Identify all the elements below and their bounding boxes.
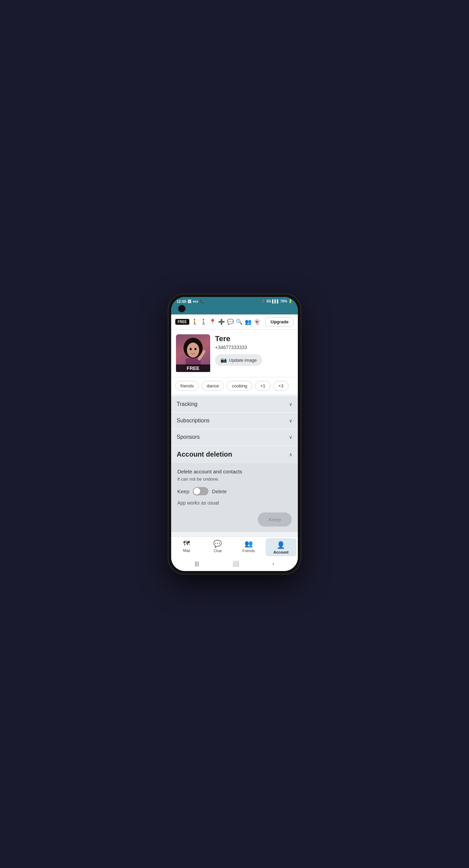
search-icon[interactable]: 🔍 [236, 319, 243, 325]
nav-friends-label: Friends [242, 549, 255, 553]
avatar-container: FREE [176, 334, 210, 372]
nav-account[interactable]: 👤 Account [266, 538, 297, 556]
tag-plus3[interactable]: +3 [273, 381, 289, 391]
signal-5g: 5G [266, 299, 271, 303]
deletion-warning: It can not be undone. [177, 476, 292, 482]
profile-phone: +34677333333 [215, 345, 293, 350]
status-time: 12:55 [177, 299, 186, 303]
bottom-nav: 🗺 Map 💬 Chat 👥 Friends 👤 Account [171, 536, 298, 558]
gallery-icon: 🖼 [188, 299, 191, 303]
home-button[interactable]: ⬜ [232, 560, 239, 567]
wzz-icon: wzz [193, 300, 198, 303]
call-icon: 📞 [200, 299, 204, 303]
system-nav: ||| ⬜ ‹ [171, 558, 298, 571]
subscriptions-section: Subscriptions ∨ [171, 413, 298, 429]
account-icon: 👤 [277, 541, 285, 549]
deletion-title: Account deletion [177, 450, 232, 458]
svg-point-1 [187, 343, 199, 358]
phone-screen: 12:55 🖼 wzz 📞 📍 5G ▌▌▌ 76% 🔋 FREE 🚶 🚶 📍 [171, 297, 298, 571]
tags-row: friends dance cooking +1 +3 [171, 377, 298, 394]
toggle-row: Keep Delete [177, 487, 292, 495]
sponsors-section: Sponsors ∨ [171, 429, 298, 445]
nav-map-label: Map [183, 548, 190, 553]
front-camera [178, 305, 186, 312]
deletion-chevron: ∧ [289, 452, 292, 457]
back-button[interactable]: ‹ [272, 561, 274, 567]
delete-label: Delete [212, 488, 227, 494]
tracking-chevron: ∨ [289, 401, 292, 407]
person2-icon[interactable]: 🚶 [200, 319, 207, 325]
status-bar: 12:55 🖼 wzz 📞 📍 5G ▌▌▌ 76% 🔋 [171, 297, 298, 305]
tag-plus1[interactable]: +1 [255, 381, 270, 391]
battery-icon: 🔋 [288, 299, 292, 303]
sponsors-title: Sponsors [177, 434, 200, 440]
location-pin-icon[interactable]: 📍 [209, 319, 216, 325]
nav-friends[interactable]: 👥 Friends [233, 537, 264, 558]
phone-frame: 12:55 🖼 wzz 📞 📍 5G ▌▌▌ 76% 🔋 FREE 🚶 🚶 📍 [168, 294, 301, 574]
nav-chat[interactable]: 💬 Chat [202, 537, 233, 558]
delete-toggle[interactable] [193, 487, 208, 495]
profile-name: Tere [215, 334, 293, 343]
tracking-title: Tracking [177, 401, 198, 407]
keep-label: Keep [177, 488, 189, 494]
people-icon[interactable]: 👥 [245, 319, 252, 325]
tag-dance[interactable]: dance [202, 381, 224, 391]
tracking-header[interactable]: Tracking ∨ [171, 396, 298, 412]
tracking-section: Tracking ∨ [171, 396, 298, 412]
nav-account-label: Account [274, 550, 289, 554]
tag-friends[interactable]: friends [175, 381, 199, 391]
deletion-body: Delete account and contacts It can not b… [171, 463, 298, 532]
profile-info: Tere +34677333333 📷 Update image [215, 334, 293, 366]
account-deletion-section: Account deletion ∧ Delete account and co… [171, 446, 298, 532]
battery-pct: 76% [280, 299, 287, 303]
avatar-svg [179, 338, 207, 369]
tag-cooking[interactable]: cooking [227, 381, 252, 391]
deletion-desc: Delete account and contacts [177, 469, 292, 474]
message-icon[interactable]: 💬 [227, 319, 234, 325]
subscriptions-title: Subscriptions [177, 418, 210, 424]
subscriptions-header[interactable]: Subscriptions ∨ [171, 413, 298, 429]
svg-point-2 [190, 348, 192, 350]
sponsors-header[interactable]: Sponsors ∨ [171, 429, 298, 445]
sponsors-chevron: ∨ [289, 434, 292, 440]
profile-section: FREE Tere +34677333333 📷 Update image [171, 330, 298, 377]
main-content: FREE Tere +34677333333 📷 Update image fr… [171, 330, 298, 536]
friends-icon: 👥 [244, 540, 253, 548]
bottom-spacer [171, 533, 298, 536]
map-icon: 🗺 [183, 540, 190, 547]
location-icon: 📍 [261, 299, 265, 303]
chat-icon: 💬 [213, 540, 222, 548]
recent-apps-button[interactable]: ||| [195, 561, 199, 567]
toolbar: FREE 🚶 🚶 📍 ➕ 💬 🔍 👥 👻 Upgrade [171, 314, 298, 330]
nav-map[interactable]: 🗺 Map [171, 537, 202, 558]
app-note: App works as usual [177, 500, 292, 506]
toggle-thumb [193, 488, 200, 495]
subscriptions-chevron: ∨ [289, 418, 292, 423]
signal-bars: ▌▌▌ [272, 299, 279, 303]
update-image-button[interactable]: 📷 Update image [215, 354, 262, 366]
upgrade-button[interactable]: Upgrade [265, 317, 294, 326]
add-person-icon[interactable]: ➕ [218, 319, 225, 325]
nav-chat-label: Chat [214, 549, 221, 553]
person1-icon[interactable]: 🚶 [191, 319, 198, 325]
keep-button[interactable]: Keep [258, 512, 292, 526]
deletion-header[interactable]: Account deletion ∧ [171, 446, 298, 463]
camera-plus-icon: 📷 [220, 357, 227, 363]
free-badge: FREE [175, 319, 189, 325]
notch-area [171, 305, 298, 314]
ghost-icon[interactable]: 👻 [254, 319, 261, 325]
avatar-free-label: FREE [176, 364, 210, 372]
svg-point-3 [194, 348, 197, 350]
